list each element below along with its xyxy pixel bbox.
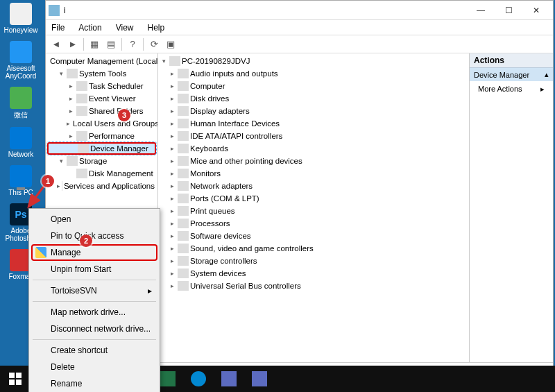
- taskbar-app-generic2[interactable]: [214, 366, 244, 392]
- device-category-human-interface-devices[interactable]: ▸Human Interface Devices: [160, 117, 468, 130]
- show-hide-button[interactable]: ▦: [87, 37, 102, 52]
- tree-item-device-manager[interactable]: Device Manager: [47, 142, 156, 155]
- desktop-icon-honeyview[interactable]: Honeyview: [0, 0, 42, 37]
- tree-item-shared-folders[interactable]: ▸Shared Folders: [47, 105, 156, 117]
- device-category-computer[interactable]: ▸Computer: [160, 80, 468, 92]
- maximize-button[interactable]: ☐: [495, 1, 522, 20]
- properties-button[interactable]: ▤: [103, 37, 119, 52]
- expander-icon[interactable]: ▸: [168, 133, 176, 139]
- menu-help[interactable]: Help: [145, 22, 168, 34]
- expander-icon[interactable]: ▾: [160, 58, 168, 65]
- expander-icon[interactable]: ▸: [168, 120, 176, 127]
- tree-item-label: Computer Management (Local): [50, 57, 158, 65]
- menu-item-delete[interactable]: Delete: [31, 359, 157, 375]
- device-category-universal-serial-bus-controllers[interactable]: ▸Universal Serial Bus controllers: [160, 280, 468, 292]
- expander-icon[interactable]: ▸: [168, 170, 176, 177]
- menu-action[interactable]: Action: [76, 22, 104, 34]
- minimize-button[interactable]: —: [467, 1, 495, 20]
- menu-view[interactable]: View: [113, 22, 137, 34]
- expander-icon[interactable]: ▸: [57, 182, 60, 189]
- device-category-audio-inputs-and-outputs[interactable]: ▸Audio inputs and outputs: [160, 67, 468, 80]
- device-category-ide-ata-atapi-controllers[interactable]: ▸IDE ATA/ATAPI controllers: [160, 130, 468, 142]
- close-button[interactable]: ✕: [522, 1, 550, 20]
- more-actions[interactable]: More Actions ▸: [470, 81, 553, 97]
- menu-item-disconnect-network-drive-[interactable]: Disconnect network drive...: [31, 321, 157, 337]
- device-category-network-adapters[interactable]: ▸Network adapters: [160, 180, 468, 192]
- expander-icon[interactable]: ▸: [168, 83, 176, 90]
- actions-selected[interactable]: Device Manager ▴: [470, 68, 553, 81]
- menu-item-unpin-from-start[interactable]: Unpin from Start: [31, 261, 157, 278]
- menu-item-pin-to-quick-access[interactable]: Pin to Quick access: [31, 228, 157, 244]
- more-actions-label: More Actions: [478, 85, 522, 94]
- menu-item-manage[interactable]: Manage: [31, 244, 157, 261]
- scan-button[interactable]: ⟳: [146, 37, 162, 52]
- tree-item-performance[interactable]: ▸Performance: [47, 130, 156, 142]
- expander-icon[interactable]: ▸: [67, 108, 75, 114]
- taskbar-app-generic3[interactable]: [244, 366, 275, 392]
- device-category-software-devices[interactable]: ▸Software devices: [160, 230, 468, 242]
- device-category-monitors[interactable]: ▸Monitors: [160, 167, 468, 180]
- device-category-processors[interactable]: ▸Processors: [160, 217, 468, 230]
- help-button[interactable]: ?: [125, 37, 140, 52]
- start-button[interactable]: [0, 366, 31, 392]
- menu-file[interactable]: File: [49, 22, 67, 34]
- expander-icon[interactable]: ▸: [168, 108, 176, 114]
- view-button[interactable]: ▣: [163, 37, 178, 52]
- expander-icon[interactable]: ▸: [67, 83, 75, 90]
- device-icon: [178, 144, 189, 153]
- expander-icon[interactable]: ▸: [168, 282, 176, 289]
- menu-item-tortoisesvn[interactable]: TortoiseSVN▸: [31, 282, 157, 299]
- device-category-print-queues[interactable]: ▸Print queues: [160, 205, 468, 217]
- menu-item-map-network-drive-[interactable]: Map network drive...: [31, 304, 157, 321]
- desktop-icon-network[interactable]: Network: [0, 124, 42, 161]
- tree-item-event-viewer[interactable]: ▸Event Viewer: [47, 92, 156, 105]
- tree-item-label: Computer: [190, 82, 225, 90]
- device-category-keyboards[interactable]: ▸Keyboards: [160, 142, 468, 155]
- annotation-badge-3: 3: [118, 109, 130, 121]
- device-category-sound-video-and-game-controllers[interactable]: ▸Sound, video and game controllers: [160, 242, 468, 255]
- tree-item-local-users-and-groups[interactable]: ▸Local Users and Groups: [47, 117, 156, 130]
- device-tree-root[interactable]: ▾PC-20190829JDVJ: [160, 55, 468, 67]
- expander-icon[interactable]: ▸: [168, 270, 176, 277]
- expander-icon[interactable]: ▸: [168, 95, 176, 102]
- menu-item-rename[interactable]: Rename: [31, 375, 157, 392]
- expander-icon[interactable]: ▾: [57, 70, 65, 77]
- device-category-mice-and-other-pointing-devices[interactable]: ▸Mice and other pointing devices: [160, 155, 468, 167]
- expander-icon[interactable]: ▸: [168, 182, 176, 189]
- device-category-ports-com-lpt-[interactable]: ▸Ports (COM & LPT): [160, 192, 468, 205]
- shield-icon: [35, 247, 46, 258]
- expander-icon[interactable]: ▸: [168, 232, 176, 239]
- expander-icon[interactable]: ▸: [168, 245, 176, 252]
- device-category-disk-drives[interactable]: ▸Disk drives: [160, 92, 468, 105]
- device-category-system-devices[interactable]: ▸System devices: [160, 267, 468, 280]
- tree-item-storage[interactable]: ▾Storage: [47, 155, 156, 167]
- back-button[interactable]: ◄: [49, 37, 64, 52]
- expander-icon[interactable]: ▸: [67, 120, 70, 127]
- tree-item-services-and-applications[interactable]: ▸Services and Applications: [47, 180, 156, 192]
- expander-icon[interactable]: ▸: [67, 95, 75, 102]
- expander-icon[interactable]: ▸: [168, 145, 176, 152]
- device-category-storage-controllers[interactable]: ▸Storage controllers: [160, 255, 468, 267]
- tree-item-icon: [76, 94, 87, 103]
- titlebar[interactable]: i — ☐ ✕: [46, 1, 553, 20]
- menu-item-open[interactable]: Open: [31, 211, 157, 228]
- tree-item-system-tools[interactable]: ▾System Tools: [47, 67, 156, 80]
- expander-icon[interactable]: ▸: [168, 157, 176, 164]
- taskbar-app-generic1[interactable]: [183, 366, 214, 392]
- tree-item-computer-management-local-[interactable]: Computer Management (Local): [47, 55, 156, 67]
- tree-item-task-scheduler[interactable]: ▸Task Scheduler: [47, 80, 156, 92]
- device-category-display-adapters[interactable]: ▸Display adapters: [160, 105, 468, 117]
- forward-button[interactable]: ►: [65, 37, 80, 52]
- desktop-icon-aiseesoft-anycoord[interactable]: Aiseesoft AnyCoord: [0, 38, 42, 83]
- desktop-icon--[interactable]: 微信: [0, 84, 42, 123]
- separator: [33, 339, 156, 340]
- tree-item-disk-management[interactable]: Disk Management: [47, 167, 156, 180]
- expander-icon[interactable]: ▸: [168, 70, 176, 77]
- expander-icon[interactable]: ▸: [67, 133, 75, 139]
- expander-icon[interactable]: ▸: [168, 207, 176, 214]
- expander-icon[interactable]: ▸: [168, 195, 176, 202]
- expander-icon[interactable]: ▸: [168, 220, 176, 227]
- expander-icon[interactable]: ▸: [168, 257, 176, 264]
- expander-icon[interactable]: ▾: [57, 157, 65, 164]
- menu-item-create-shortcut[interactable]: Create shortcut: [31, 342, 157, 359]
